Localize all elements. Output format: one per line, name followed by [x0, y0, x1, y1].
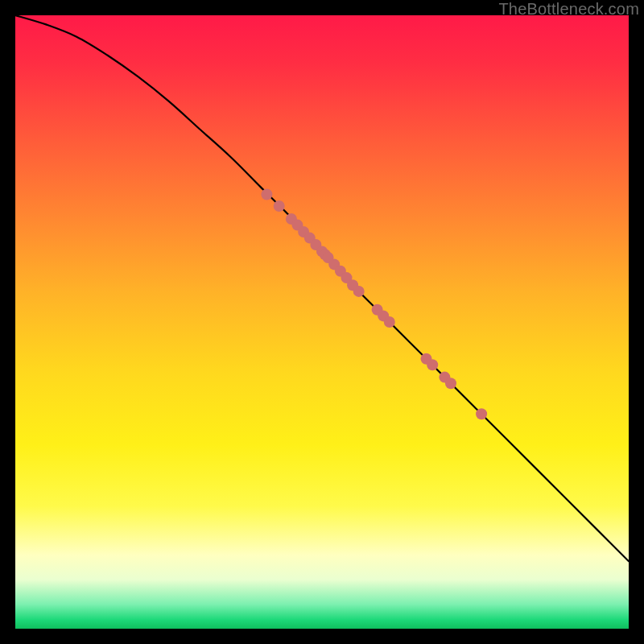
data-point: [384, 316, 395, 328]
data-point: [274, 200, 285, 212]
chart-frame: [15, 15, 629, 629]
point-cluster: [261, 189, 487, 420]
data-point: [353, 286, 365, 297]
chart-overlay: [15, 15, 629, 629]
main-curve: [15, 15, 629, 561]
data-point: [261, 189, 272, 200]
watermark-text: TheBottleneck.com: [498, 0, 639, 19]
data-point: [445, 378, 456, 389]
data-point: [476, 408, 487, 419]
data-point: [427, 359, 438, 370]
